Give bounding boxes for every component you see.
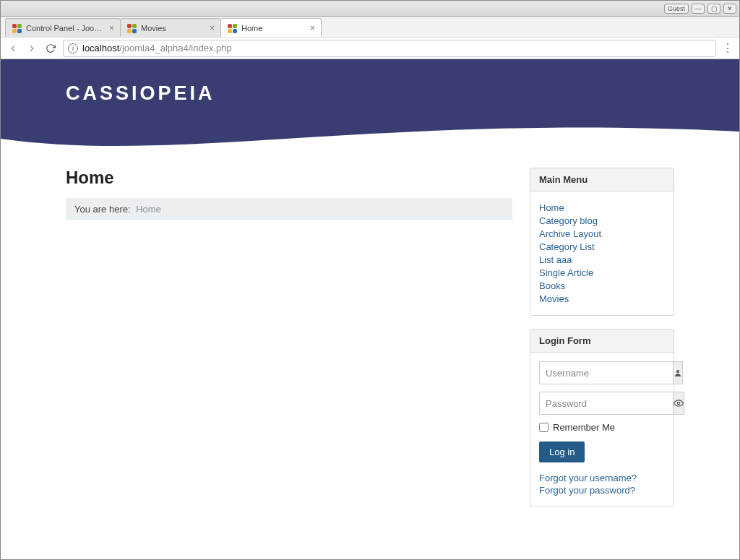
browser-menu-button[interactable]: ⋮ [722,41,733,55]
menu-item: Single Article [539,267,665,278]
main-column: Home You are here: Home [66,168,512,520]
svg-point-2 [677,402,680,405]
login-form-module: Login Form [530,329,674,507]
svg-point-1 [676,370,679,373]
back-button[interactable] [7,42,20,55]
os-close-button[interactable]: ✕ [723,4,736,14]
breadcrumb: You are here: Home [66,198,512,220]
menu-item: Movies [539,293,665,304]
forgot-password-link[interactable]: Forgot your password? [539,485,665,496]
page-content: Home You are here: Home Main Menu Home C… [1,153,739,520]
breadcrumb-current: Home [136,204,161,215]
url-host: localhost [82,43,119,53]
site-logo-text: CASSIOPEIA [66,82,215,105]
os-guest-badge: Guest [664,4,689,14]
joomla-icon [126,23,137,33]
os-minimize-button[interactable]: — [692,4,705,14]
module-title: Main Menu [530,168,674,191]
info-icon: i [68,43,78,53]
main-menu-module: Main Menu Home Category blog Archive Lay… [530,168,674,316]
menu-item: Category List [539,241,665,252]
os-window: Guest — ▢ ✕ Control Panel - Joomla 4 Te … [0,0,740,560]
login-button[interactable]: Log in [539,441,585,462]
header-wave-bg [1,59,739,153]
page-title: Home [66,168,512,188]
sidebar-column: Main Menu Home Category blog Archive Lay… [530,168,674,520]
tab-title: Home [241,24,306,33]
menu-link-archive-layout[interactable]: Archive Layout [539,228,601,239]
menu-link-category-list[interactable]: Category List [539,241,595,252]
browser-toolbar: i localhost/joomla4_alpha4/index.php ⋮ [1,37,739,59]
os-maximize-button[interactable]: ▢ [707,4,720,14]
browser-tabstrip: Control Panel - Joomla 4 Te × Movies × H… [1,17,739,37]
reload-button[interactable] [44,42,57,55]
menu-link-single-article[interactable]: Single Article [539,267,593,278]
user-icon [674,369,682,377]
username-addon [673,361,683,384]
browser-tab[interactable]: Control Panel - Joomla 4 Te × [5,18,121,37]
browser-tab[interactable]: Home × [220,18,322,37]
password-row [539,392,665,415]
browser-tab[interactable]: Movies × [120,18,221,37]
menu-item: Archive Layout [539,228,665,239]
remember-me-label: Remember Me [553,422,615,433]
menu-link-category-blog[interactable]: Category blog [539,215,598,226]
forgot-username-link[interactable]: Forgot your username? [539,473,665,483]
arrow-right-icon [27,43,37,53]
remember-me-row[interactable]: Remember Me [539,422,665,433]
username-input[interactable] [539,361,673,384]
browser-chrome: Control Panel - Joomla 4 Te × Movies × H… [1,17,739,59]
arrow-left-icon [8,43,18,53]
url-path: /joomla4_alpha4/index.php [119,43,231,53]
login-help-links: Forgot your username? Forgot your passwo… [539,473,665,496]
module-title: Login Form [530,329,674,353]
menu-item: Home [539,202,665,213]
menu-item: List aaa [539,254,665,265]
close-icon[interactable]: × [109,23,114,33]
menu-link-list-aaa[interactable]: List aaa [539,254,572,265]
password-input[interactable] [539,392,673,415]
reload-icon [46,43,56,53]
main-menu-list: Home Category blog Archive Layout Catego… [539,202,665,304]
address-bar[interactable]: i localhost/joomla4_alpha4/index.php [63,40,716,57]
eye-icon [674,398,684,408]
kebab-icon: ⋮ [722,42,733,54]
forward-button[interactable] [25,42,38,55]
site-header: CASSIOPEIA [1,59,739,153]
menu-link-movies[interactable]: Movies [539,293,569,304]
breadcrumb-label: You are here: [74,204,131,215]
joomla-icon [12,23,22,33]
menu-item: Category blog [539,215,665,226]
menu-link-home[interactable]: Home [539,202,564,213]
page-viewport: CASSIOPEIA Home You are here: Home Main … [1,59,739,559]
show-password-addon[interactable] [673,392,684,415]
close-icon[interactable]: × [310,23,315,33]
joomla-icon [227,23,237,33]
remember-me-checkbox[interactable] [539,423,548,432]
username-row [539,361,665,384]
menu-link-books[interactable]: Books [539,280,565,291]
tab-title: Movies [141,24,205,33]
tab-title: Control Panel - Joomla 4 Te [26,24,105,33]
os-titlebar: Guest — ▢ ✕ [1,1,739,17]
close-icon[interactable]: × [210,23,215,33]
menu-item: Books [539,280,665,291]
